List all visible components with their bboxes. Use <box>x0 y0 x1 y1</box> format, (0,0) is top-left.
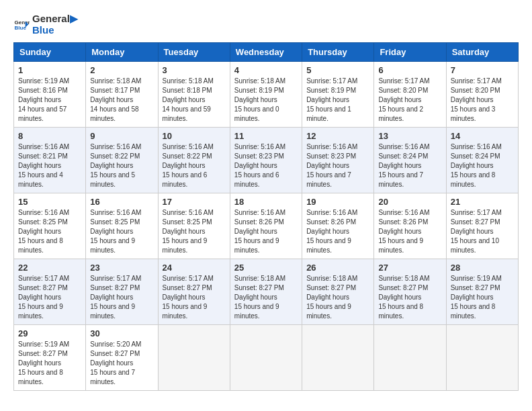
calendar-cell: 3Sunrise: 5:18 AMSunset: 8:18 PMDaylight… <box>158 62 230 128</box>
header: General Blue General▶ Blue <box>13 13 519 36</box>
day-number: 15 <box>18 197 81 207</box>
calendar-table: SundayMondayTuesdayWednesdayThursdayFrid… <box>13 42 519 391</box>
calendar-cell: 1Sunrise: 5:19 AMSunset: 8:16 PMDaylight… <box>14 62 86 128</box>
calendar-cell: 27Sunrise: 5:18 AMSunset: 8:27 PMDayligh… <box>374 259 446 325</box>
day-number: 29 <box>18 328 81 338</box>
day-number: 11 <box>234 131 298 141</box>
day-info: Sunrise: 5:18 AMSunset: 8:27 PMDaylight … <box>234 274 298 321</box>
calendar-cell: 5Sunrise: 5:17 AMSunset: 8:19 PMDaylight… <box>302 62 374 128</box>
day-number: 10 <box>163 131 226 141</box>
day-number: 20 <box>378 197 441 207</box>
col-header-wednesday: Wednesday <box>230 43 302 62</box>
logo-general-text: General▶ <box>32 13 78 25</box>
day-info: Sunrise: 5:19 AMSunset: 8:16 PMDaylight … <box>18 77 81 124</box>
day-info: Sunrise: 5:16 AMSunset: 8:26 PMDaylight … <box>306 208 369 255</box>
calendar-cell <box>446 325 518 391</box>
day-number: 14 <box>451 131 514 141</box>
calendar-cell: 18Sunrise: 5:16 AMSunset: 8:26 PMDayligh… <box>230 193 302 259</box>
logo: General Blue General▶ Blue <box>13 13 78 36</box>
day-number: 30 <box>90 328 153 338</box>
day-info: Sunrise: 5:18 AMSunset: 8:27 PMDaylight … <box>378 274 441 321</box>
calendar-cell: 25Sunrise: 5:18 AMSunset: 8:27 PMDayligh… <box>230 259 302 325</box>
col-header-tuesday: Tuesday <box>158 43 230 62</box>
day-number: 26 <box>306 263 369 273</box>
calendar-cell: 29Sunrise: 5:19 AMSunset: 8:27 PMDayligh… <box>14 325 86 391</box>
calendar-week-3: 15Sunrise: 5:16 AMSunset: 8:25 PMDayligh… <box>14 193 519 259</box>
day-number: 5 <box>306 65 369 75</box>
calendar-cell: 17Sunrise: 5:16 AMSunset: 8:25 PMDayligh… <box>158 193 230 259</box>
calendar-cell: 26Sunrise: 5:18 AMSunset: 8:27 PMDayligh… <box>302 259 374 325</box>
day-info: Sunrise: 5:16 AMSunset: 8:22 PMDaylight … <box>90 142 153 189</box>
calendar-cell <box>374 325 446 391</box>
day-number: 7 <box>451 65 514 75</box>
logo-icon: General Blue <box>13 17 30 33</box>
calendar-cell: 28Sunrise: 5:19 AMSunset: 8:27 PMDayligh… <box>446 259 518 325</box>
day-number: 6 <box>378 65 441 75</box>
day-info: Sunrise: 5:16 AMSunset: 8:23 PMDaylight … <box>306 142 369 189</box>
calendar-cell: 11Sunrise: 5:16 AMSunset: 8:23 PMDayligh… <box>230 128 302 193</box>
day-number: 1 <box>18 65 81 75</box>
calendar-week-1: 1Sunrise: 5:19 AMSunset: 8:16 PMDaylight… <box>14 62 519 128</box>
day-number: 17 <box>163 197 226 207</box>
calendar-cell: 13Sunrise: 5:16 AMSunset: 8:24 PMDayligh… <box>374 128 446 193</box>
day-info: Sunrise: 5:16 AMSunset: 8:25 PMDaylight … <box>163 208 226 255</box>
day-info: Sunrise: 5:16 AMSunset: 8:22 PMDaylight … <box>163 142 226 189</box>
day-info: Sunrise: 5:17 AMSunset: 8:19 PMDaylight … <box>306 77 369 124</box>
day-number: 3 <box>163 65 226 75</box>
calendar-week-5: 29Sunrise: 5:19 AMSunset: 8:27 PMDayligh… <box>14 325 519 391</box>
day-info: Sunrise: 5:18 AMSunset: 8:18 PMDaylight … <box>163 77 226 124</box>
col-header-saturday: Saturday <box>446 43 518 62</box>
day-number: 21 <box>451 197 514 207</box>
calendar-cell: 20Sunrise: 5:16 AMSunset: 8:26 PMDayligh… <box>374 193 446 259</box>
calendar-cell: 16Sunrise: 5:16 AMSunset: 8:25 PMDayligh… <box>86 193 158 259</box>
calendar-cell: 24Sunrise: 5:17 AMSunset: 8:27 PMDayligh… <box>158 259 230 325</box>
calendar-week-2: 8Sunrise: 5:16 AMSunset: 8:21 PMDaylight… <box>14 128 519 193</box>
calendar-cell: 21Sunrise: 5:17 AMSunset: 8:27 PMDayligh… <box>446 193 518 259</box>
calendar-cell: 8Sunrise: 5:16 AMSunset: 8:21 PMDaylight… <box>14 128 86 193</box>
calendar-cell: 7Sunrise: 5:17 AMSunset: 8:20 PMDaylight… <box>446 62 518 128</box>
calendar-cell: 12Sunrise: 5:16 AMSunset: 8:23 PMDayligh… <box>302 128 374 193</box>
day-info: Sunrise: 5:18 AMSunset: 8:17 PMDaylight … <box>90 77 153 124</box>
day-info: Sunrise: 5:20 AMSunset: 8:27 PMDaylight … <box>90 340 153 387</box>
calendar-cell: 22Sunrise: 5:17 AMSunset: 8:27 PMDayligh… <box>14 259 86 325</box>
day-number: 13 <box>378 131 441 141</box>
day-number: 27 <box>378 263 441 273</box>
day-number: 25 <box>234 263 298 273</box>
col-header-thursday: Thursday <box>302 43 374 62</box>
day-info: Sunrise: 5:16 AMSunset: 8:24 PMDaylight … <box>451 142 514 189</box>
day-info: Sunrise: 5:17 AMSunset: 8:27 PMDaylight … <box>18 274 81 321</box>
calendar-cell: 14Sunrise: 5:16 AMSunset: 8:24 PMDayligh… <box>446 128 518 193</box>
day-number: 24 <box>163 263 226 273</box>
calendar-cell: 9Sunrise: 5:16 AMSunset: 8:22 PMDaylight… <box>86 128 158 193</box>
calendar-cell: 30Sunrise: 5:20 AMSunset: 8:27 PMDayligh… <box>86 325 158 391</box>
day-info: Sunrise: 5:17 AMSunset: 8:27 PMDaylight … <box>451 208 514 255</box>
calendar-cell: 19Sunrise: 5:16 AMSunset: 8:26 PMDayligh… <box>302 193 374 259</box>
day-number: 9 <box>90 131 153 141</box>
calendar-cell: 6Sunrise: 5:17 AMSunset: 8:20 PMDaylight… <box>374 62 446 128</box>
day-number: 28 <box>451 263 514 273</box>
col-header-monday: Monday <box>86 43 158 62</box>
day-info: Sunrise: 5:18 AMSunset: 8:27 PMDaylight … <box>306 274 369 321</box>
day-info: Sunrise: 5:16 AMSunset: 8:21 PMDaylight … <box>18 142 81 189</box>
logo-blue-text: Blue <box>32 25 78 36</box>
day-info: Sunrise: 5:17 AMSunset: 8:20 PMDaylight … <box>451 77 514 124</box>
day-number: 23 <box>90 263 153 273</box>
day-info: Sunrise: 5:16 AMSunset: 8:25 PMDaylight … <box>90 208 153 255</box>
day-info: Sunrise: 5:16 AMSunset: 8:23 PMDaylight … <box>234 142 298 189</box>
calendar-cell: 23Sunrise: 5:17 AMSunset: 8:27 PMDayligh… <box>86 259 158 325</box>
day-number: 8 <box>18 131 81 141</box>
col-header-friday: Friday <box>374 43 446 62</box>
day-info: Sunrise: 5:19 AMSunset: 8:27 PMDaylight … <box>18 340 81 387</box>
calendar-cell: 2Sunrise: 5:18 AMSunset: 8:17 PMDaylight… <box>86 62 158 128</box>
day-number: 12 <box>306 131 369 141</box>
col-header-sunday: Sunday <box>14 43 86 62</box>
calendar-cell <box>158 325 230 391</box>
day-number: 19 <box>306 197 369 207</box>
day-info: Sunrise: 5:17 AMSunset: 8:20 PMDaylight … <box>378 77 441 124</box>
calendar-cell: 10Sunrise: 5:16 AMSunset: 8:22 PMDayligh… <box>158 128 230 193</box>
day-number: 18 <box>234 197 298 207</box>
day-info: Sunrise: 5:16 AMSunset: 8:24 PMDaylight … <box>378 142 441 189</box>
day-number: 2 <box>90 65 153 75</box>
calendar-week-4: 22Sunrise: 5:17 AMSunset: 8:27 PMDayligh… <box>14 259 519 325</box>
day-info: Sunrise: 5:17 AMSunset: 8:27 PMDaylight … <box>163 274 226 321</box>
